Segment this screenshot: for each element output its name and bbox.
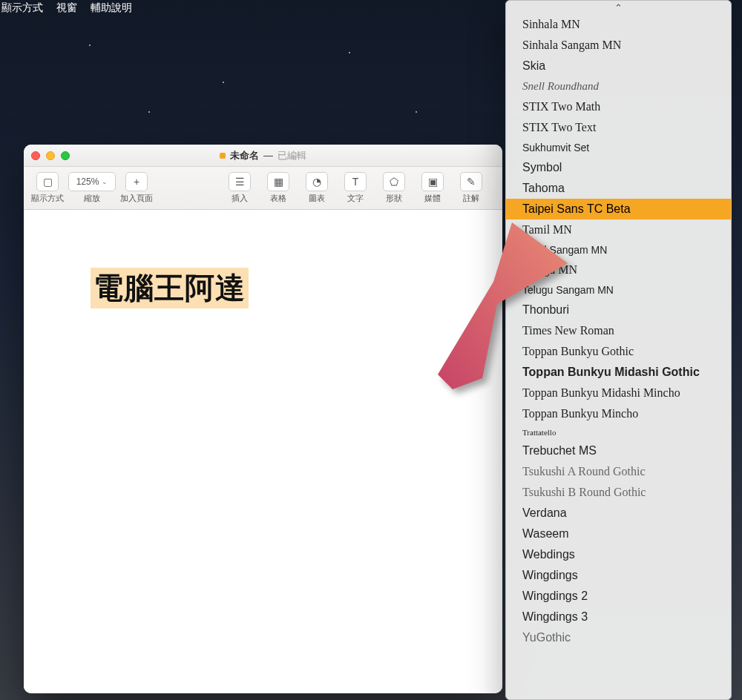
text-icon: T xyxy=(352,176,359,188)
font-option[interactable]: Tamil MN xyxy=(506,219,731,240)
font-dropdown[interactable]: ⌃ Sinhala MNSinhala Sangam MNSkiaSnell R… xyxy=(505,0,732,700)
insert-icon: ☰ xyxy=(235,176,245,188)
titlebar: 未命名 — 已編輯 xyxy=(24,145,502,167)
zoom-button[interactable] xyxy=(61,151,70,160)
font-list: Sinhala MNSinhala Sangam MNSkiaSnell Rou… xyxy=(506,14,731,648)
font-option[interactable]: Wingdings 3 xyxy=(506,607,731,627)
font-option[interactable]: Symbol xyxy=(506,157,731,178)
font-option[interactable]: Times New Roman xyxy=(506,320,731,341)
menu-help[interactable]: 輔助說明 xyxy=(91,1,132,15)
shape-icon: ⬠ xyxy=(390,176,398,188)
document-icon xyxy=(220,153,226,159)
font-option[interactable]: Toppan Bunkyu Gothic xyxy=(506,341,731,362)
tb-insert-label: 插入 xyxy=(232,193,248,204)
tb-media[interactable]: ▣ 媒體 xyxy=(421,172,444,204)
chart-icon: ◔ xyxy=(312,176,321,188)
font-option[interactable]: STIX Two Text xyxy=(506,117,731,138)
font-option[interactable]: STIX Two Math xyxy=(506,96,731,117)
tb-view-label: 顯示方式 xyxy=(31,193,64,204)
tb-shape[interactable]: ⬠ 形狀 xyxy=(383,172,405,204)
media-icon: ▣ xyxy=(428,176,438,188)
font-option[interactable]: Webdings xyxy=(506,544,731,565)
font-option[interactable]: Toppan Bunkyu Mincho xyxy=(506,403,731,424)
close-button[interactable] xyxy=(31,151,40,160)
font-option[interactable]: Tahoma xyxy=(506,178,731,199)
tb-chart[interactable]: ◔ 圖表 xyxy=(306,172,328,204)
tb-text-label: 文字 xyxy=(347,193,364,204)
font-option[interactable]: Wingdings 2 xyxy=(506,586,731,607)
tb-text[interactable]: T 文字 xyxy=(344,172,367,204)
tb-comment[interactable]: ✎ 註解 xyxy=(460,172,482,204)
menu-view[interactable]: 顯示方式 xyxy=(1,1,43,15)
font-option[interactable]: Sinhala MN xyxy=(506,14,731,35)
font-option[interactable]: Telugu Sangam MN xyxy=(506,280,731,300)
font-option[interactable]: Wingdings xyxy=(506,565,731,586)
tb-table-label: 表格 xyxy=(270,193,286,204)
title-separator: — xyxy=(263,150,273,161)
system-menubar: 顯示方式 視窗 輔助說明 xyxy=(0,0,132,16)
font-option[interactable]: Trattatello xyxy=(506,424,731,440)
tb-addpage-label: 加入頁面 xyxy=(120,193,153,204)
font-option[interactable]: Skia xyxy=(506,56,731,76)
document-name: 未命名 xyxy=(230,149,259,162)
font-option[interactable]: Trebuchet MS xyxy=(506,440,731,461)
zoom-value: 125% xyxy=(76,176,99,187)
tb-chart-label: 圖表 xyxy=(309,193,325,204)
minimize-button[interactable] xyxy=(46,151,55,160)
document-title: 未命名 — 已編輯 xyxy=(220,149,306,162)
chevron-down-icon: ⌄ xyxy=(102,178,108,185)
font-option[interactable]: Thonburi xyxy=(506,300,731,320)
pages-window: 未命名 — 已編輯 ▢ 顯示方式 125%⌄ 縮放 + 加入頁面 ☰ 插入 ▦ … xyxy=(24,145,502,693)
addpage-icon: + xyxy=(134,176,139,188)
comment-icon: ✎ xyxy=(467,176,476,188)
star-decoration xyxy=(416,111,417,113)
font-option[interactable]: Tsukushi B Round Gothic xyxy=(506,482,731,503)
tb-addpage[interactable]: + 加入頁面 xyxy=(120,172,153,204)
tb-media-label: 媒體 xyxy=(424,193,441,204)
font-option[interactable]: Snell Roundhand xyxy=(506,76,731,96)
table-icon: ▦ xyxy=(274,176,283,188)
tb-table[interactable]: ▦ 表格 xyxy=(267,172,289,204)
menu-window[interactable]: 視窗 xyxy=(56,1,77,15)
font-option[interactable]: YuGothic xyxy=(506,627,731,648)
font-option[interactable]: Waseem xyxy=(506,524,731,544)
document-canvas[interactable]: 電腦王阿達 xyxy=(24,210,502,693)
font-option[interactable]: Toppan Bunkyu Midashi Gothic xyxy=(506,362,731,383)
font-option[interactable]: Tamil Sangam MN xyxy=(506,240,731,260)
font-option[interactable]: Taipei Sans TC Beta xyxy=(506,199,731,219)
star-decoration xyxy=(223,82,224,83)
scroll-up-icon[interactable]: ⌃ xyxy=(506,1,731,14)
font-option[interactable]: Sukhumvit Set xyxy=(506,138,731,157)
tb-comment-label: 註解 xyxy=(463,193,479,204)
tb-zoom-label: 縮放 xyxy=(84,193,100,204)
font-option[interactable]: Tsukushi A Round Gothic xyxy=(506,461,731,482)
font-option[interactable]: Toppan Bunkyu Midashi Mincho xyxy=(506,383,731,403)
star-decoration xyxy=(148,111,150,113)
tb-insert[interactable]: ☰ 插入 xyxy=(229,172,251,204)
tb-shape-label: 形狀 xyxy=(386,193,402,204)
toolbar: ▢ 顯示方式 125%⌄ 縮放 + 加入頁面 ☰ 插入 ▦ 表格 ◔ 圖表 T xyxy=(24,167,502,210)
tb-view[interactable]: ▢ 顯示方式 xyxy=(31,172,64,204)
star-decoration xyxy=(89,44,91,46)
font-option[interactable]: Verdana xyxy=(506,503,731,524)
font-option[interactable]: Sinhala Sangam MN xyxy=(506,35,731,56)
font-option[interactable]: Telugu MN xyxy=(506,260,731,280)
edited-label: 已編輯 xyxy=(278,149,306,162)
view-icon: ▢ xyxy=(43,176,53,188)
star-decoration xyxy=(349,52,350,53)
highlighted-text[interactable]: 電腦王阿達 xyxy=(91,268,249,308)
traffic-lights xyxy=(31,151,70,160)
tb-zoom[interactable]: 125%⌄ 縮放 xyxy=(68,172,116,204)
